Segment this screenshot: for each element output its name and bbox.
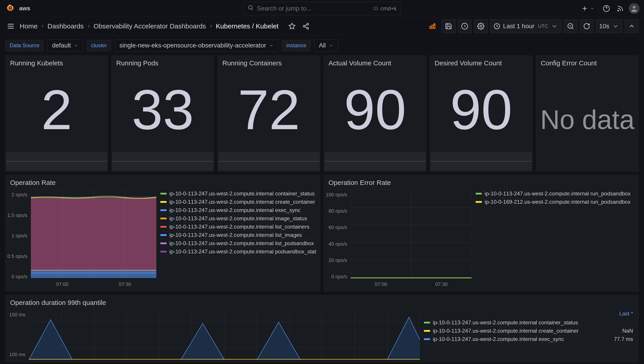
legend-item[interactable]: ip-10-0-113-247.us-west-2.compute.intern… (422, 327, 635, 335)
legend-item[interactable]: ip-10-0-113-247.us-west-2.compute.intern… (158, 231, 316, 239)
stat-panel[interactable]: Desired Volume Count 90 (430, 56, 532, 172)
legend-label: ip-10-0-113-247.us-west-2.compute.intern… (433, 328, 578, 334)
dashboard-insights-icon[interactable] (458, 19, 472, 33)
zoom-out-icon[interactable] (564, 19, 578, 33)
search-input[interactable] (257, 5, 370, 12)
add-menu[interactable] (579, 3, 594, 14)
stats-row: Running Kubelets 2 Running Pods 33 Runni… (5, 56, 639, 172)
panel-title: Operation Rate (6, 175, 320, 187)
stat-value: 90 (430, 68, 532, 152)
var-label-cluster: cluster (87, 40, 111, 51)
plot-area[interactable] (29, 310, 420, 360)
panel-title: Actual Volume Count (324, 56, 426, 68)
keyboard-icon (372, 6, 379, 11)
sparkline (430, 152, 532, 171)
legend-label: ip-10-0-113-247.us-west-2.compute.intern… (169, 190, 314, 197)
panel-operation-duration[interactable]: Operation duration 99th quantile 150 ms1… (5, 295, 639, 362)
refresh-interval-picker[interactable]: 10s (596, 19, 622, 33)
user-avatar[interactable] (629, 3, 640, 14)
crumb-home[interactable]: Home (20, 22, 38, 30)
legend: ip-10-0-113-247.us-west-2.compute.intern… (474, 190, 635, 289)
panel-operation-error-rate[interactable]: Operation Error Rate 100 ops/s80 ops/s60… (324, 175, 639, 292)
legend-label: ip-10-0-113-247.us-west-2.compute.intern… (169, 248, 316, 255)
news-icon[interactable] (615, 3, 626, 14)
grafana-logo[interactable] (4, 2, 17, 15)
add-panel-icon[interactable] (426, 19, 439, 33)
y-axis: 150 ms100 ms (9, 310, 27, 360)
stat-value: 90 (324, 68, 426, 152)
legend-item[interactable]: ip-10-0-113-247.us-west-2.compute.intern… (158, 248, 316, 256)
sparkline (218, 152, 320, 171)
legend-label: ip-10-0-113-247.us-west-2.compute.intern… (169, 224, 310, 230)
svg-point-6 (303, 25, 305, 27)
title-actions (286, 21, 311, 32)
refresh-icon[interactable] (580, 19, 594, 33)
legend-item[interactable]: ip-10-0-113-247.us-west-2.compute.intern… (158, 223, 316, 231)
settings-icon[interactable] (474, 19, 488, 33)
legend-label: ip-10-0-113-247.us-west-2.compute.intern… (433, 320, 578, 326)
legend-item[interactable]: ip-10-0-113-247.us-west-2.compute.intern… (158, 198, 316, 206)
chevron-down-icon (329, 43, 334, 48)
sparkline (112, 152, 214, 171)
legend-swatch (160, 251, 166, 252)
time-range-label: Last 1 hour (503, 22, 534, 30)
svg-point-7 (307, 27, 308, 29)
legend-label: ip-10-0-113-247.us-west-2.compute.intern… (433, 336, 564, 342)
legend-item[interactable]: ip-10-0-113-247.us-west-2.compute.intern… (158, 214, 316, 223)
refresh-interval-label: 10s (599, 22, 609, 30)
plot-area[interactable]: 07:00 07:30 (31, 190, 156, 289)
legend-item[interactable]: ip-10-0-113-247.us-west-2.compute.intern… (158, 206, 316, 214)
stat-value: 33 (112, 68, 214, 152)
legend-item[interactable]: ip-10-0-113-247.us-west-2.compute.intern… (474, 190, 635, 198)
var-select-datasource[interactable]: default (47, 40, 83, 52)
stat-panel[interactable]: Config Error Count No data (536, 56, 639, 172)
duration-row: Operation duration 99th quantile 150 ms1… (5, 295, 639, 362)
collapse-icon[interactable] (625, 19, 639, 33)
legend-item[interactable]: ip-10-0-113-247.us-west-2.compute.intern… (422, 335, 635, 344)
chevron-down-icon (74, 43, 78, 48)
legend: Last *ip-10-0-113-247.us-west-2.compute.… (422, 310, 635, 360)
x-axis: 07:00 07:30 (31, 282, 156, 287)
legend-item[interactable]: ip-10-0-113-247.us-west-2.compute.intern… (158, 190, 316, 198)
svg-point-0 (248, 6, 252, 9)
plot-area[interactable]: 07:00 07:30 (351, 190, 472, 289)
legend-item[interactable]: ip-10-0-113-247.us-west-2.compute.intern… (422, 318, 635, 327)
stat-panel[interactable]: Running Kubelets 2 (5, 56, 108, 172)
dashboard-toolbar: Last 1 hour UTC 10s (426, 19, 639, 33)
legend-item[interactable]: ip-10-0-169-212.us-west-2.compute.intern… (474, 198, 635, 206)
chevron-right-icon (209, 22, 213, 30)
var-select-cluster[interactable]: single-new-eks-opensource-observability-… (115, 40, 278, 52)
var-label-datasource: Data Source (5, 40, 44, 51)
legend-label: ip-10-0-113-247.us-west-2.compute.intern… (169, 207, 300, 213)
global-search[interactable]: cmd+k (244, 2, 400, 15)
help-icon[interactable] (601, 3, 612, 14)
plus-icon[interactable] (579, 3, 590, 14)
var-select-instance[interactable]: All (314, 40, 338, 52)
share-icon[interactable] (300, 21, 311, 32)
stat-panel[interactable]: Running Containers 72 (218, 56, 320, 172)
sparkline (6, 152, 107, 171)
legend-item[interactable]: ip-10-0-113-247.us-west-2.compute.intern… (158, 239, 316, 248)
time-range-picker[interactable]: Last 1 hour UTC (490, 19, 561, 33)
legend-swatch (160, 193, 166, 194)
search-shortcut: cmd+k (372, 5, 396, 12)
legend: ip-10-0-113-247.us-west-2.compute.intern… (158, 190, 316, 289)
legend-swatch (424, 338, 430, 340)
legend-label: ip-10-0-113-247.us-west-2.compute.intern… (169, 232, 302, 238)
x-axis: 07:00 07:30 (351, 282, 472, 287)
search-icon (248, 4, 254, 12)
legend-swatch (160, 226, 166, 228)
star-icon[interactable] (286, 21, 297, 32)
panel-operation-rate[interactable]: Operation Rate 2 ops/s1.5 ops/s1 ops/s0.… (5, 175, 320, 292)
panel-title: Running Containers (218, 56, 320, 68)
save-icon[interactable] (442, 19, 456, 33)
svg-point-12 (480, 25, 482, 27)
crumb-folder[interactable]: Observability Accelerator Dashboards (94, 22, 206, 30)
menu-toggle-icon[interactable] (5, 21, 16, 32)
stat-value: 72 (218, 68, 320, 152)
stat-panel[interactable]: Actual Volume Count 90 (324, 56, 426, 172)
svg-point-3 (618, 10, 619, 11)
legend-label: ip-10-0-113-247.us-west-2.compute.intern… (169, 215, 307, 222)
stat-panel[interactable]: Running Pods 33 (112, 56, 214, 172)
crumb-dashboards[interactable]: Dashboards (48, 22, 84, 30)
